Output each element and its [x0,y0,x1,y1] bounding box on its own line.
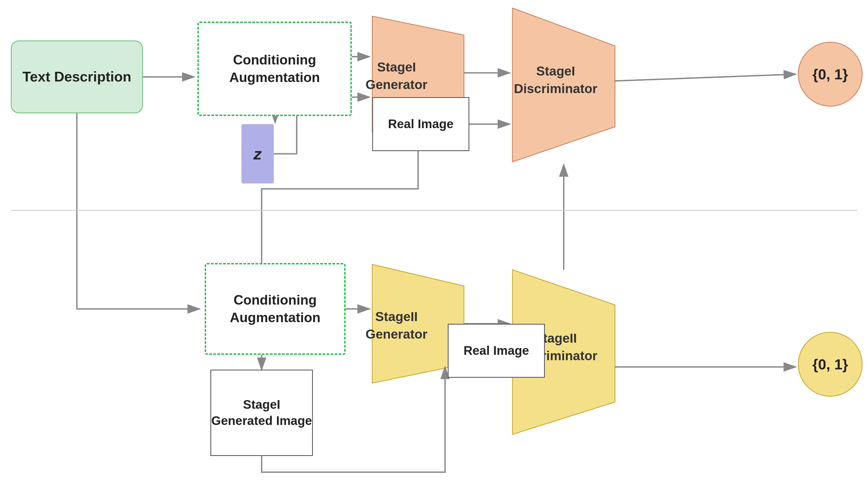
stage1-gen-label-line2: Generator [366,78,427,92]
stage1-disc-label-line2: Discriminator [514,82,597,96]
stage2-gen-label-line2: Generator [366,327,427,341]
cond-aug-1-label: Conditioning Augmentation [199,51,350,86]
real-image-2-label: Real Image [464,343,529,359]
output-circle-1-label: {0, 1} [812,66,848,83]
real-image-1-box: Real Image [372,97,469,151]
diagram-container: StageI Generator StageI Discriminator St… [0,0,868,487]
stage2-gen-label-line1: StageII [375,309,417,324]
output-circle-2: {0, 1} [798,332,863,397]
text-description-box: Text Description [11,40,143,113]
cond-aug-2-label: Conditioning Augmentation [206,292,344,327]
stage1-gen-image-label: StageI Generated Image [211,397,312,429]
output-circle-1: {0, 1} [798,42,863,106]
z-noise-box: z [241,124,274,183]
text-description-label: Text Description [22,68,131,86]
z-noise-label: z [253,145,261,163]
stage1-generated-image-box: StageI Generated Image [210,370,313,456]
real-image-2-box: Real Image [448,324,545,378]
output-circle-2-label: {0, 1} [812,356,848,373]
arrow-disc1-to-output1 [615,74,796,81]
stage1-disc-label-line1: StageI [536,64,575,78]
arrow-text-to-cond2 [77,113,199,309]
stage1-gen-label-line1: StageI [377,60,416,74]
real-image-1-label: Real Image [388,116,454,132]
conditioning-aug-1-box: Conditioning Augmentation [197,22,352,116]
conditioning-aug-2-box: Conditioning Augmentation [205,263,345,355]
